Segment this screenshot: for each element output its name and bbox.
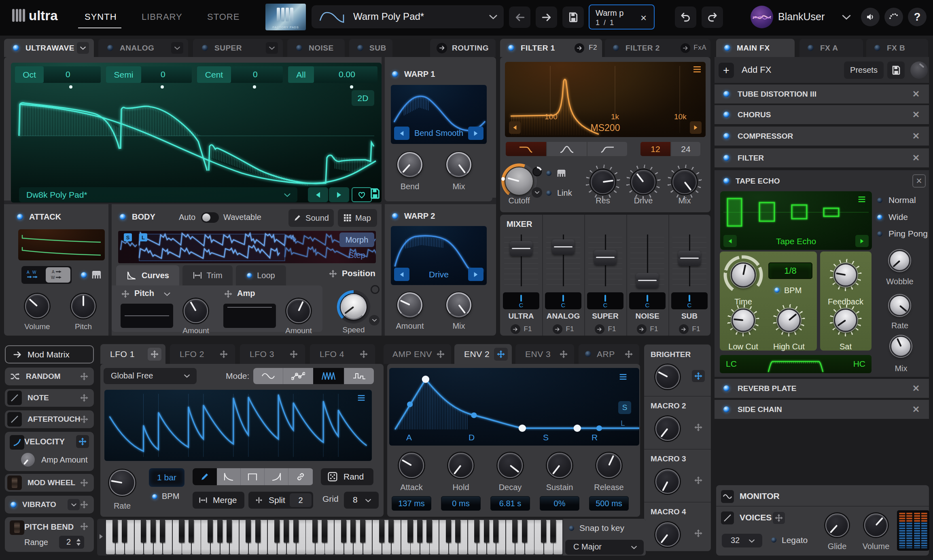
- svg-text:A: A: [52, 270, 55, 274]
- svg-text:A: A: [27, 270, 30, 275]
- svg-text:W: W: [32, 270, 36, 275]
- svg-text:W: W: [51, 275, 55, 280]
